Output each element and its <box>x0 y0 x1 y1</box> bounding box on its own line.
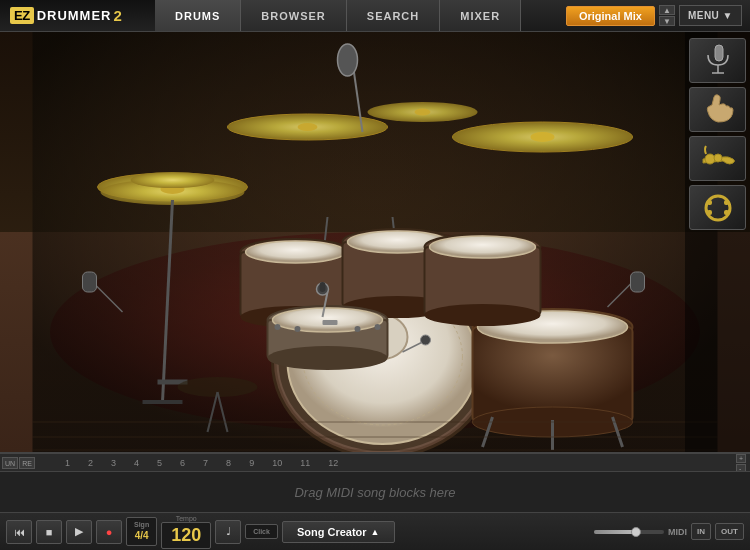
svg-point-7 <box>298 123 318 131</box>
volume-area: MIDI IN OUT <box>594 523 744 540</box>
svg-point-52 <box>275 324 281 330</box>
volume-slider[interactable] <box>594 530 664 534</box>
stop-button[interactable]: ■ <box>36 520 62 544</box>
rewind-button[interactable]: ⏮ <box>6 520 32 544</box>
instrument-thumb-2[interactable] <box>689 87 746 132</box>
svg-point-55 <box>375 324 381 330</box>
ruler-mark-11: 11 <box>300 458 328 468</box>
svg-rect-79 <box>715 45 723 61</box>
svg-point-59 <box>425 304 541 326</box>
svg-rect-85 <box>707 200 712 205</box>
click-label: Click <box>253 528 270 535</box>
timeline-controls: UN RE <box>2 454 35 472</box>
ruler-mark-5: 5 <box>157 458 180 468</box>
tab-mixer[interactable]: MIXER <box>440 0 521 31</box>
ruler-mark-7: 7 <box>203 458 226 468</box>
svg-point-53 <box>295 326 301 332</box>
svg-rect-72 <box>631 272 645 292</box>
svg-point-68 <box>421 335 431 345</box>
record-button[interactable]: ● <box>96 520 122 544</box>
svg-rect-51 <box>323 320 338 325</box>
song-creator-arrow: ▲ <box>371 527 380 537</box>
svg-point-60 <box>430 236 536 258</box>
menu-button[interactable]: MENU ▼ <box>679 5 742 26</box>
right-instrument-panel <box>685 32 750 452</box>
svg-rect-86 <box>707 210 712 215</box>
metronome-button[interactable]: ♩ <box>215 520 241 544</box>
svg-point-84 <box>706 196 730 220</box>
midi-in-button[interactable]: IN <box>691 523 711 540</box>
svg-point-66 <box>338 44 358 76</box>
svg-point-83 <box>714 154 722 162</box>
svg-point-54 <box>355 326 361 332</box>
redo-button[interactable]: RE <box>19 457 35 469</box>
svg-rect-87 <box>724 200 729 205</box>
preset-down-button[interactable]: ▼ <box>659 16 675 26</box>
drag-hint: Drag MIDI song blocks here <box>0 472 750 512</box>
ruler-mark-9: 9 <box>249 458 272 468</box>
drum-area <box>0 32 750 452</box>
preset-arrows: ▲ ▼ <box>659 5 675 26</box>
top-bar: EZ DRUMMER 2 DRUMS BROWSER SEARCH MIXER … <box>0 0 750 32</box>
undo-button[interactable]: UN <box>2 457 18 469</box>
ruler-mark-10: 10 <box>272 458 300 468</box>
click-display: Click <box>245 524 278 539</box>
play-button[interactable]: ▶ <box>66 520 92 544</box>
timeline-ruler: UN RE 1 2 3 4 5 6 7 8 9 10 11 12 + - <box>0 454 750 472</box>
volume-thumb[interactable] <box>631 527 641 537</box>
sign-display: Sign 4/4 <box>126 517 157 545</box>
svg-rect-88 <box>724 210 729 215</box>
transport-bar: ⏮ ■ ▶ ● Sign 4/4 Tempo 120 ♩ Click Song … <box>0 512 750 550</box>
preset-area: Original Mix ▲ ▼ MENU ▼ <box>566 5 750 26</box>
midi-label: MIDI <box>668 527 687 537</box>
svg-point-12 <box>415 109 431 116</box>
zoom-out-button[interactable]: - <box>736 464 746 473</box>
instrument-thumb-3[interactable] <box>689 136 746 181</box>
sign-label: Sign <box>134 521 149 529</box>
tab-search[interactable]: SEARCH <box>347 0 440 31</box>
logo-drummer: DRUMMER <box>37 8 112 23</box>
logo-ez: EZ <box>10 7 34 24</box>
tab-drums[interactable]: DRUMS <box>155 0 241 31</box>
tab-browser[interactable]: BROWSER <box>241 0 346 31</box>
ruler-mark-12: 12 <box>328 458 356 468</box>
instrument-thumb-4[interactable] <box>689 185 746 230</box>
song-creator-label: Song Creator <box>297 526 367 538</box>
nav-tabs: DRUMS BROWSER SEARCH MIXER <box>155 0 566 31</box>
ruler-mark-2: 2 <box>88 458 111 468</box>
drum-kit-display <box>0 32 750 452</box>
ruler-mark-8: 8 <box>226 458 249 468</box>
tempo-label: Tempo <box>176 515 197 522</box>
ruler-mark-1: 1 <box>65 458 88 468</box>
tempo-area: Tempo 120 <box>161 515 211 549</box>
instrument-thumb-1[interactable] <box>689 38 746 83</box>
ruler-mark-3: 3 <box>111 458 134 468</box>
song-creator-button[interactable]: Song Creator ▲ <box>282 521 395 543</box>
midi-out-button[interactable]: OUT <box>715 523 744 540</box>
svg-rect-64 <box>320 282 326 292</box>
svg-rect-70 <box>83 272 97 292</box>
svg-point-10 <box>531 132 555 142</box>
logo-version: 2 <box>114 7 122 24</box>
logo-area: EZ DRUMMER 2 <box>0 0 155 31</box>
svg-point-61 <box>131 172 215 188</box>
svg-point-82 <box>705 154 715 164</box>
timeline-area: UN RE 1 2 3 4 5 6 7 8 9 10 11 12 + - Dra… <box>0 452 750 512</box>
volume-fill <box>594 530 636 534</box>
preset-up-button[interactable]: ▲ <box>659 5 675 15</box>
svg-point-40 <box>246 241 346 263</box>
zoom-in-button[interactable]: + <box>736 454 746 463</box>
tempo-display[interactable]: 120 <box>161 522 211 549</box>
ruler-mark-6: 6 <box>180 458 203 468</box>
svg-point-49 <box>268 346 388 370</box>
sign-value: 4/4 <box>135 530 149 541</box>
preset-button[interactable]: Original Mix <box>566 6 655 26</box>
ruler-mark-4: 4 <box>134 458 157 468</box>
